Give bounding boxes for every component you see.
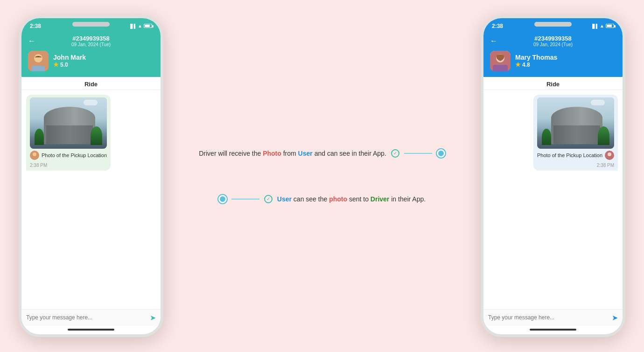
bottom-highlight-driver: Driver	[371, 195, 389, 203]
right-order-id: #2349939358	[533, 35, 573, 42]
middle-annotations: Driver will receive the Photo from User …	[163, 149, 481, 203]
right-msg-time: 2:38 PM	[537, 163, 614, 168]
left-user-name: John Mark	[53, 54, 86, 61]
right-order-info: #2349939358 09 Jan, 2024 (Tue)	[533, 35, 573, 47]
tree-left	[35, 129, 44, 145]
right-time: 2:38	[492, 23, 503, 29]
right-header: ← #2349939358 09 Jan, 2024 (Tue) Mary Th…	[483, 31, 623, 77]
notch-pill	[72, 22, 110, 27]
signal-icon: ▐▌▌	[129, 24, 136, 28]
top-dot	[437, 149, 445, 158]
right-status-icons: ▐▌▌ ▲	[591, 23, 614, 28]
svg-point-5	[33, 152, 36, 156]
right-building-scene	[537, 97, 614, 149]
right-rating: ★ 4.8	[515, 61, 557, 68]
right-header-top: ← #2349939358 09 Jan, 2024 (Tue)	[490, 35, 616, 47]
right-avatar	[490, 51, 511, 71]
right-star-icon: ★	[515, 61, 521, 68]
bottom-check-icon: ✓	[264, 195, 273, 203]
left-profile-info: John Mark ★ 5.0	[53, 54, 86, 68]
bottom-text-2: can see the	[292, 195, 329, 203]
svg-rect-2	[32, 66, 45, 71]
right-profile-row: Mary Thomas ★ 4.8	[490, 51, 616, 71]
bottom-highlight-user: User	[277, 195, 292, 203]
star-icon: ★	[53, 61, 59, 68]
bottom-text-3: sent to	[347, 195, 371, 203]
right-chat-area: Photo of the Pickup Location 2:38 PM	[483, 90, 623, 309]
top-line	[404, 153, 432, 154]
tree-right	[91, 126, 102, 145]
right-message-input[interactable]	[488, 314, 608, 321]
building-scene	[30, 97, 107, 149]
left-pickup-image	[30, 97, 107, 149]
top-annotation: Driver will receive the Photo from User …	[199, 149, 445, 158]
right-pickup-image	[537, 97, 614, 149]
cloud	[84, 100, 98, 105]
bottom-highlight-photo: photo	[329, 195, 347, 203]
left-header: ← #2349939358 09 Jan, 2024 (Tue) John Ma…	[21, 31, 161, 77]
status-icons: ▐▌▌ ▲	[129, 23, 152, 28]
right-user-name: Mary Thomas	[515, 54, 557, 61]
top-annotation-text: Driver will receive the Photo from User …	[199, 150, 386, 157]
left-back-button[interactable]: ←	[28, 37, 35, 45]
right-tree-left	[542, 129, 551, 145]
left-profile-row: John Mark ★ 5.0	[28, 51, 154, 71]
right-building	[551, 107, 602, 144]
right-message-row: Photo of the Pickup Location 2:38 PM	[488, 95, 618, 171]
right-msg-caption: Photo of the Pickup Location	[537, 151, 614, 160]
svg-rect-8	[493, 65, 508, 71]
top-highlight-user: User	[298, 150, 313, 157]
left-avatar	[28, 51, 49, 71]
right-home-indicator	[530, 329, 576, 331]
left-send-button[interactable]: ➤	[150, 313, 156, 322]
left-msg-caption: Photo of the Pickup Location	[30, 151, 107, 160]
top-highlight-photo: Photo	[263, 150, 281, 157]
left-chat-area: Photo of the Pickup Location 2:38 PM	[21, 90, 161, 309]
bottom-annotation-text: User can see the photo sent to Driver in…	[277, 195, 426, 203]
top-text-2: from	[281, 150, 298, 157]
left-caption-text: Photo of the Pickup Location	[42, 152, 107, 158]
right-ride-label: Ride	[483, 77, 623, 90]
wifi-icon: ▲	[138, 23, 142, 28]
right-status-bar: 2:38 ▐▌▌ ▲	[483, 18, 623, 31]
top-check-icon: ✓	[391, 149, 399, 158]
right-battery-icon	[606, 24, 614, 28]
right-back-button[interactable]: ←	[490, 37, 497, 45]
left-time: 2:38	[30, 23, 41, 29]
right-message-bubble: Photo of the Pickup Location 2:38 PM	[533, 95, 618, 171]
right-notch-pill	[534, 22, 572, 27]
left-msg-avatar	[30, 151, 39, 160]
right-tree-right	[598, 126, 609, 145]
left-input-bar: ➤	[21, 309, 161, 326]
left-header-top: ← #2349939358 09 Jan, 2024 (Tue)	[28, 35, 154, 47]
left-order-date: 09 Jan, 2024 (Tue)	[71, 42, 111, 47]
battery-icon	[144, 24, 152, 28]
left-order-id: #2349939358	[71, 35, 111, 42]
left-status-bar: 2:38 ▐▌▌ ▲	[21, 18, 161, 31]
bottom-line	[231, 199, 259, 200]
building	[44, 107, 95, 144]
right-send-button[interactable]: ➤	[612, 313, 618, 322]
left-msg-time: 2:38 PM	[30, 163, 107, 168]
bottom-annotation: ✓ User can see the photo sent to Driver …	[218, 195, 426, 203]
left-rating-value: 5.0	[60, 62, 68, 68]
right-signal-icon: ▐▌▌	[591, 24, 598, 28]
bottom-dot	[218, 195, 227, 203]
right-wifi-icon: ▲	[600, 23, 604, 28]
right-order-date: 09 Jan, 2024 (Tue)	[533, 42, 573, 47]
svg-point-11	[608, 152, 611, 156]
right-phone: 2:38 ▐▌▌ ▲ ← #2349939358 09 Jan, 2024 (T…	[481, 15, 625, 337]
right-rating-value: 4.8	[522, 62, 530, 68]
left-rating: ★ 5.0	[53, 61, 86, 68]
left-ride-label: Ride	[21, 77, 161, 90]
left-message-bubble: Photo of the Pickup Location 2:38 PM	[26, 95, 111, 171]
top-text-1: Driver will receive the	[199, 150, 263, 157]
right-input-bar: ➤	[483, 309, 623, 326]
right-caption-text: Photo of the Pickup Location	[537, 152, 602, 158]
left-order-info: #2349939358 09 Jan, 2024 (Tue)	[71, 35, 111, 47]
left-message-input[interactable]	[26, 314, 146, 321]
top-text-3: and can see in their App.	[313, 150, 386, 157]
left-home-indicator	[68, 329, 114, 331]
left-phone: 2:38 ▐▌▌ ▲ ← #2349939358 09 Jan, 2024 (T…	[19, 15, 163, 337]
right-profile-info: Mary Thomas ★ 4.8	[515, 54, 557, 68]
